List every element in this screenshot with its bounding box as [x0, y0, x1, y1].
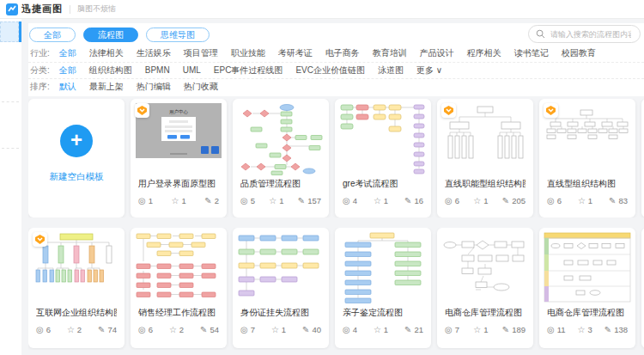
- filter-option[interactable]: 全部: [59, 48, 76, 58]
- template-thumbnail: [135, 232, 222, 304]
- filter-option[interactable]: BPMN: [145, 65, 170, 75]
- template-title: 品质管理流程图: [240, 178, 321, 190]
- edit-icon[interactable]: ✎: [404, 197, 411, 205]
- template-stats: ◎11 ☆3 ✎138: [547, 325, 628, 334]
- star-icon[interactable]: ☆: [374, 197, 381, 205]
- template-card[interactable]: 直线型组织结构图 ◎6 ☆1 ✎83: [539, 99, 635, 217]
- edit-icon[interactable]: ✎: [605, 326, 611, 334]
- star-icon[interactable]: ☆: [374, 326, 381, 334]
- template-title: 用户登录界面原型图: [138, 178, 219, 190]
- views-count: 11: [557, 325, 566, 334]
- filter-option[interactable]: 程序相关: [467, 48, 501, 58]
- new-card-label: 新建空白模板: [50, 171, 104, 183]
- filter-option[interactable]: 泳道图: [378, 65, 404, 75]
- tab-all[interactable]: 全部: [29, 28, 76, 42]
- edit-icon[interactable]: ✎: [502, 326, 509, 334]
- filter-option[interactable]: 读书笔记: [514, 48, 549, 58]
- views-count: 4: [353, 196, 357, 205]
- filter-option[interactable]: EVC企业价值链图: [295, 65, 365, 75]
- template-card[interactable]: 互联网企业组织结构图 ◎6 ☆2 ✎74: [28, 228, 125, 348]
- filter-option[interactable]: 最新上架: [89, 82, 124, 91]
- star-icon[interactable]: ☆: [578, 326, 586, 334]
- star-icon[interactable]: ☆: [473, 326, 481, 334]
- new-blank-template-card[interactable]: + 新建空白模板: [28, 99, 125, 217]
- star-count: 1: [182, 196, 186, 205]
- views-count: 7: [455, 325, 459, 334]
- star-icon[interactable]: ☆: [473, 197, 481, 205]
- filter-option[interactable]: 全部: [59, 65, 76, 75]
- brand-name: 迅捷画图: [21, 3, 63, 15]
- top-header: 迅捷画图 脑图不烦恼: [0, 0, 644, 19]
- views-icon: ◎: [138, 197, 146, 205]
- brand-tagline: 脑图不烦恼: [77, 3, 116, 15]
- views-count: 6: [46, 325, 51, 334]
- search-box[interactable]: [528, 25, 641, 43]
- template-card[interactable]: 品质管理流程图 ◎5 ☆1 ✎157: [233, 99, 329, 217]
- filter-option[interactable]: 职业技能: [231, 48, 265, 58]
- tab-flowchart[interactable]: 流程图: [83, 28, 138, 42]
- template-title: 亲子鉴定流程图: [343, 307, 423, 319]
- filter-option[interactable]: 默认: [59, 82, 76, 91]
- template-title: 互联网企业组织结构图: [36, 307, 117, 319]
- star-icon[interactable]: ☆: [172, 197, 179, 205]
- template-stats: ◎6 ☆2 ✎74: [36, 325, 117, 334]
- filter-option[interactable]: UML: [183, 65, 201, 75]
- vip-badge-icon: [135, 103, 149, 118]
- sidebar-selected-item[interactable]: [0, 21, 19, 42]
- star-icon[interactable]: ☆: [271, 326, 279, 334]
- template-card[interactable]: 销售经理工作流程图 ◎6 ☆2 ✎54: [131, 228, 227, 348]
- template-card[interactable]: 身份证挂失流程图 ◎7 ☆1 ✎40: [233, 228, 329, 348]
- template-card[interactable]: gre考试流程图 ◎4 ☆1 ✎16: [335, 99, 431, 217]
- edit-icon[interactable]: ✎: [98, 326, 105, 334]
- filter-option[interactable]: 教育培训: [373, 48, 407, 58]
- filter-options: 默认最新上架热门编辑热门收藏: [59, 81, 231, 93]
- star-icon[interactable]: ☆: [67, 326, 75, 334]
- filter-option[interactable]: 法律相关: [89, 48, 124, 58]
- sidebar-separator: [2, 101, 19, 102]
- search-input[interactable]: [549, 29, 633, 40]
- edit-icon[interactable]: ✎: [502, 197, 509, 205]
- star-icon[interactable]: ☆: [269, 197, 276, 205]
- filter-option[interactable]: 组织结构图: [89, 65, 132, 75]
- filter-option[interactable]: 热门收藏: [184, 82, 218, 91]
- edit-icon[interactable]: ✎: [302, 326, 309, 334]
- template-card[interactable]: 电商仓库管理流程图 ◎11 ☆3 ✎138: [539, 228, 635, 348]
- filter-option[interactable]: 更多 ∨: [416, 65, 442, 75]
- edit-icon[interactable]: ✎: [200, 326, 207, 334]
- template-card[interactable]: 亲子鉴定流程图 ◎4 ☆1 ✎21: [335, 228, 431, 348]
- filter-option[interactable]: 项目管理: [184, 48, 218, 58]
- search-icon: [536, 29, 545, 39]
- vip-badge-icon: [544, 103, 558, 118]
- edit-icon[interactable]: ✎: [204, 197, 211, 205]
- star-count: 1: [588, 196, 592, 205]
- template-card[interactable]: 电商仓库管理流程图 ◎7 ☆1 ✎189: [437, 228, 533, 348]
- views-count: 7: [251, 325, 255, 334]
- template-card[interactable]: 用户中心 用户登录界面原型图 ◎1 ☆1 ✎2: [131, 99, 227, 217]
- views-icon: ◎: [445, 197, 453, 205]
- star-icon[interactable]: ☆: [578, 197, 586, 205]
- edit-count: 40: [312, 325, 321, 334]
- filter-option[interactable]: EPC事件过程线图: [214, 65, 283, 75]
- svg-text:用户中心: 用户中心: [169, 109, 189, 115]
- sidebar-separator: [2, 148, 19, 149]
- views-count: 5: [251, 196, 255, 205]
- edit-icon[interactable]: ✎: [298, 197, 305, 205]
- edit-count: 16: [414, 196, 423, 205]
- views-icon: ◎: [36, 326, 44, 334]
- tab-mindmap[interactable]: 思维导图: [146, 28, 210, 42]
- filter-options: 全部法律相关生活娱乐项目管理职业技能考研考证电子商务教育培训产品设计程序相关读书…: [59, 47, 609, 59]
- star-count: 1: [384, 196, 388, 205]
- filter-option[interactable]: 生活娱乐: [137, 48, 171, 58]
- filter-option[interactable]: 电子商务: [325, 48, 360, 58]
- star-icon[interactable]: ☆: [169, 326, 177, 334]
- filter-option[interactable]: 热门编辑: [137, 82, 171, 91]
- filter-option[interactable]: 考研考证: [278, 48, 313, 58]
- filter-option[interactable]: 产品设计: [420, 48, 454, 58]
- edit-icon[interactable]: ✎: [609, 197, 616, 205]
- views-icon: ◎: [138, 326, 146, 334]
- filter-option[interactable]: 校园教育: [562, 48, 596, 58]
- template-thumbnail: [339, 232, 427, 304]
- template-card[interactable]: 直线职能型组织结构图 ◎6 ☆1 ✎205: [437, 99, 533, 217]
- template-stats: ◎4 ☆1 ✎16: [343, 196, 423, 205]
- edit-icon[interactable]: ✎: [404, 326, 411, 334]
